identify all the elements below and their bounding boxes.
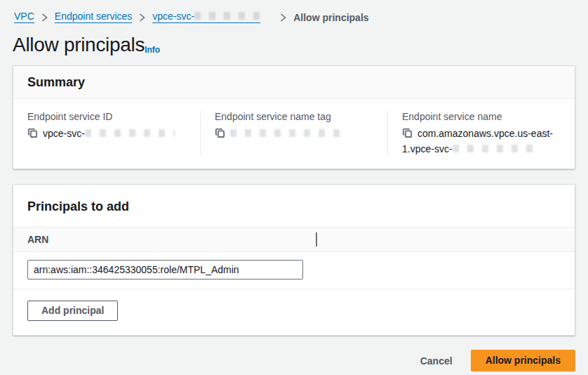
field-label: Endpoint service name: [402, 110, 561, 123]
field-value: com.amazonaws.vpce.us-east-1.vpce-svc-: [402, 126, 561, 156]
redacted-text: [230, 129, 342, 137]
summary-field-endpoint-service-name-tag: Endpoint service name tag: [200, 110, 387, 156]
breadcrumb-separator-icon: [280, 13, 286, 22]
breadcrumb-link-vpc[interactable]: VPC: [14, 11, 34, 23]
summary-panel-header: Summary: [13, 66, 575, 99]
principals-title: Principals to add: [27, 199, 561, 214]
summary-body: Endpoint service ID vpce-svc- Endpoint s…: [13, 99, 575, 169]
footer-actions: Cancel Allow principals: [13, 350, 575, 371]
breadcrumb-separator-icon: [41, 13, 48, 22]
breadcrumb-separator-icon: [139, 13, 145, 22]
breadcrumb-current: Allow principals: [293, 12, 368, 23]
arn-input[interactable]: [27, 260, 303, 279]
cancel-button[interactable]: Cancel: [420, 355, 453, 367]
field-label: Endpoint service ID: [27, 110, 186, 123]
page-title-row: Allow principals Info: [0, 34, 588, 56]
summary-field-endpoint-service-name: Endpoint service name com.amazonaws.vpce…: [387, 110, 575, 156]
breadcrumb: VPC Endpoint services vpce-svc- Allow pr…: [0, 0, 588, 23]
column-resize-handle[interactable]: [316, 232, 317, 246]
principals-panel-header: Principals to add: [13, 185, 575, 227]
page-title: Allow principals: [13, 34, 145, 56]
add-principal-button[interactable]: Add principal: [27, 301, 118, 321]
breadcrumb-link-service-id[interactable]: vpce-svc-: [152, 11, 260, 23]
summary-panel: Summary Endpoint service ID vpce-svc- En…: [13, 65, 575, 169]
redacted-text: [453, 145, 533, 152]
copy-icon[interactable]: [27, 128, 38, 142]
arn-column-header: ARN: [13, 227, 575, 252]
breadcrumb-link-endpoint-services[interactable]: Endpoint services: [55, 11, 133, 23]
redacted-text: [194, 12, 260, 20]
field-value: [215, 126, 373, 142]
copy-icon[interactable]: [402, 128, 413, 142]
copy-icon[interactable]: [215, 128, 225, 142]
arn-column-label: ARN: [27, 234, 48, 245]
field-value: vpce-svc-: [27, 126, 186, 142]
summary-field-endpoint-service-id: Endpoint service ID vpce-svc-: [13, 110, 200, 156]
principals-panel-footer: Add principal: [13, 289, 575, 335]
redacted-text: [85, 129, 175, 137]
principal-row: [13, 252, 575, 289]
field-label: Endpoint service name tag: [215, 110, 373, 123]
principals-panel: Principals to add ARN Add principal: [13, 184, 575, 336]
info-link[interactable]: Info: [145, 44, 160, 55]
summary-title: Summary: [27, 74, 561, 90]
allow-principals-button[interactable]: Allow principals: [471, 350, 575, 371]
